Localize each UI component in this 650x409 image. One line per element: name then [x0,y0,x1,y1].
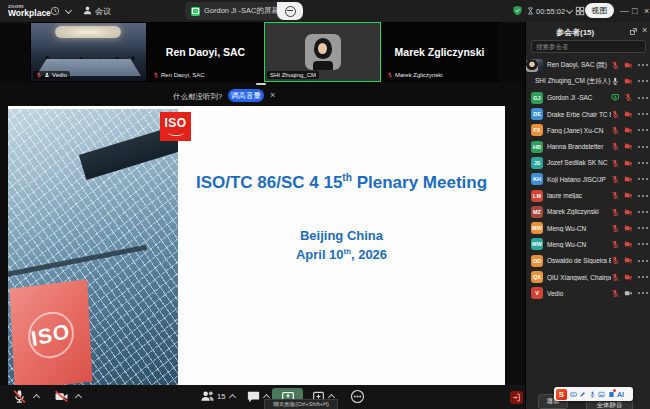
start-video-button[interactable] [54,389,69,404]
participant-name: Koji Hatano JISC/JP [547,176,611,183]
participant-row[interactable]: OD Oswaldo de Siqueira Bueno [526,253,650,269]
maximize-button[interactable]: □ [632,0,637,22]
participant-row[interactable]: QX QIU Xiangwei, Chairperson [526,269,650,285]
slide-title: ISO/TC 86/SC 4 15th Plenary Meeting [180,172,503,193]
video-tile-room[interactable]: Vedio [30,22,147,82]
leave-meeting-button[interactable] [510,391,523,404]
ime-ai-label[interactable]: AI [617,391,624,398]
participant-more-button[interactable] [638,64,640,66]
video-tile-marek[interactable]: Marek Zgliczynski Marek Zgliczynski [381,22,498,82]
camera-off-icon [624,224,633,233]
participant-name: Oswaldo de Siqueira Bueno [547,257,611,264]
participant-row[interactable]: SHI Zhuqing_CM (主持人) [526,73,650,89]
ime-logo[interactable]: S [556,389,567,400]
zoom-workplace-logo: zoom Workplace [8,3,51,17]
participant-more-button[interactable] [638,97,640,99]
shared-screen-tab[interactable]: Gordon Ji -SAC的屏幕 [185,2,285,20]
close-button[interactable]: × [644,0,649,22]
participant-avatar: LM [531,190,543,202]
participant-row[interactable]: V Vedio [526,285,650,301]
audio-options-chevron-icon[interactable] [33,394,40,401]
meeting-person-icon [82,5,93,16]
participant-more-button[interactable] [638,292,640,294]
participant-more-button[interactable] [638,211,640,213]
more-button[interactable] [350,389,365,404]
participant-row[interactable]: MW Meng Wu-CN [526,236,650,252]
mic-muted-icon [611,159,620,168]
participant-name: SHI Zhuqing_CM (主持人) [535,77,611,86]
timer-chevron-icon[interactable] [566,7,573,14]
ime-keyboard-icon[interactable] [570,391,577,398]
ime-clipboard-icon[interactable] [608,391,615,398]
participant-more-button[interactable] [638,276,640,278]
pop-out-panel-icon[interactable] [629,27,638,36]
participant-row[interactable]: Ren Daoyi, SAC (我) [526,57,650,73]
ime-toolbar[interactable]: S AI [554,387,633,401]
chat-button[interactable] [246,389,261,404]
camera-off-icon [624,175,633,184]
mic-muted-icon [611,224,620,233]
participant-name: Fang (Jane) Xu-CN [547,127,611,134]
participant-more-button[interactable] [638,243,640,245]
participant-more-button[interactable] [638,178,640,180]
logo-line2: Workplace [8,9,51,17]
participants-button[interactable] [200,389,215,404]
camera-off-icon [624,126,633,135]
participant-more-button[interactable] [638,260,640,262]
participant-avatar: DE [531,108,543,120]
ime-image-icon[interactable] [598,391,605,398]
mute-all-label: 全体静音 [597,401,623,409]
participant-row[interactable]: MW Meng Wu-CN [526,220,650,236]
participant-row[interactable]: DE Drake Erbe Chair TC 86 [526,106,650,122]
filmstrip-resize-handle[interactable] [256,83,266,85]
participant-row[interactable]: HB Hanna Brandstetter [526,138,650,154]
participant-more-button[interactable] [638,227,640,229]
meeting-tab-label[interactable]: 会议 [95,6,111,17]
security-shield-icon[interactable] [512,5,523,16]
participant-name: laure meljac [547,192,611,199]
shared-screen-slide: ISO ISO ISO/TC 86/SC 4 15th Plenary Meet… [8,106,505,391]
video-tile-shi-zhuqing-active-speaker[interactable]: SHI Zhuqing_CM [264,22,381,82]
participant-row[interactable]: LM laure meljac [526,187,650,203]
participant-more-button[interactable] [638,129,640,131]
minimize-button[interactable]: — [620,0,629,22]
chat-panel-tooltip: 聊天面板(Ctrl+Shift+H) [264,399,338,409]
raise-volume-button[interactable]: 调高音量 [228,89,264,102]
tile-label-text: Ren Daoyi, SAC [161,72,205,78]
participant-row[interactable]: FX Fang (Jane) Xu-CN [526,122,650,138]
camera-off-icon [624,191,633,200]
participants-chevron-icon[interactable] [229,394,236,401]
camera-off-icon [624,208,633,217]
toast-close-icon[interactable]: × [270,90,275,100]
participant-row[interactable]: MZ Marek Zgliczynski [526,204,650,220]
screen-share-indicator-icon [191,7,200,16]
participant-row[interactable]: KH Koji Hatano JISC/JP [526,171,650,187]
participant-avatar: FX [531,124,543,136]
video-options-chevron-icon[interactable] [75,394,82,401]
participant-more-button[interactable] [638,113,640,115]
participant-row[interactable]: GJ Gordon Ji -SAC [526,90,650,106]
shared-screen-tab-label: Gordon Ji -SAC的屏幕 [204,6,279,16]
participant-row[interactable]: JS Jozef Sedliak SK NC [526,155,650,171]
participant-more-button[interactable] [638,162,640,164]
mic-muted-icon [611,142,620,151]
stop-viewing-tab[interactable] [277,2,303,20]
participant-more-button[interactable] [638,195,640,197]
unmute-button[interactable] [12,389,27,404]
participant-status-icons [611,126,646,135]
chevron-down-icon[interactable] [65,7,72,14]
ime-pencil-icon[interactable] [579,391,586,398]
participant-more-button[interactable] [638,146,640,148]
search-participants-input[interactable] [531,40,646,53]
participant-more-button[interactable] [638,80,640,82]
mic-muted-icon [611,240,620,249]
avatar [305,34,341,70]
layout-grid-icon[interactable] [575,6,585,16]
view-button[interactable]: 视图 [585,3,614,18]
mic-muted-icon [611,126,620,135]
ime-mic-icon[interactable] [589,391,596,398]
close-panel-icon[interactable]: × [642,25,647,35]
meeting-toolbar: 15 [0,385,525,409]
video-tile-ren-daoyi[interactable]: Ren Daoyi, SAC Ren Daoyi, SAC [147,22,264,82]
connection-status-icon[interactable] [50,6,60,16]
